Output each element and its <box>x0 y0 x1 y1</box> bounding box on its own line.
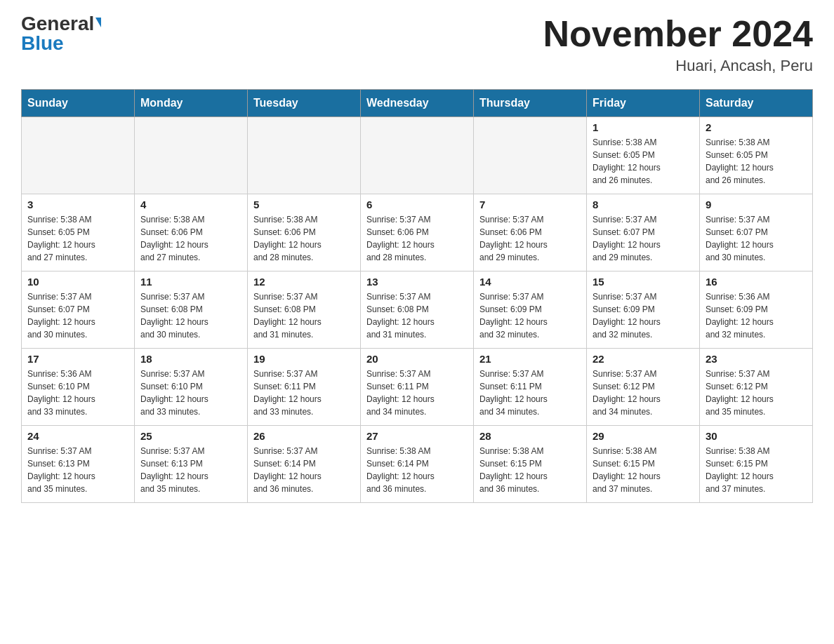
calendar-day-cell: 1Sunrise: 5:38 AM Sunset: 6:05 PM Daylig… <box>587 117 700 194</box>
day-info: Sunrise: 5:37 AM Sunset: 6:08 PM Dayligh… <box>366 290 468 341</box>
day-info: Sunrise: 5:37 AM Sunset: 6:08 PM Dayligh… <box>140 290 241 341</box>
logo-blue-text: Blue <box>21 34 64 53</box>
day-number: 10 <box>27 276 128 288</box>
day-number: 1 <box>593 121 694 133</box>
day-info: Sunrise: 5:37 AM Sunset: 6:07 PM Dayligh… <box>706 213 807 264</box>
day-number: 6 <box>366 199 468 210</box>
title-area: November 2024 Huari, Ancash, Peru <box>543 14 813 75</box>
header-monday: Monday <box>135 90 248 117</box>
header-thursday: Thursday <box>474 90 587 117</box>
calendar-day-cell: 19Sunrise: 5:37 AM Sunset: 6:11 PM Dayli… <box>248 349 361 426</box>
calendar-day-cell: 14Sunrise: 5:37 AM Sunset: 6:09 PM Dayli… <box>474 271 587 349</box>
calendar-day-cell: 30Sunrise: 5:38 AM Sunset: 6:15 PM Dayli… <box>700 426 813 503</box>
calendar-header-row: Sunday Monday Tuesday Wednesday Thursday… <box>22 90 813 117</box>
header-saturday: Saturday <box>700 90 813 117</box>
page-header: General Blue November 2024 Huari, Ancash… <box>21 14 813 75</box>
day-info: Sunrise: 5:37 AM Sunset: 6:09 PM Dayligh… <box>479 290 581 341</box>
day-info: Sunrise: 5:37 AM Sunset: 6:10 PM Dayligh… <box>140 368 241 418</box>
day-number: 28 <box>479 430 581 442</box>
day-number: 9 <box>706 199 807 210</box>
day-number: 11 <box>140 276 241 288</box>
calendar-day-cell: 21Sunrise: 5:37 AM Sunset: 6:11 PM Dayli… <box>474 349 587 426</box>
day-info: Sunrise: 5:37 AM Sunset: 6:12 PM Dayligh… <box>706 368 807 418</box>
month-year-title: November 2024 <box>543 14 813 54</box>
header-friday: Friday <box>587 90 700 117</box>
day-info: Sunrise: 5:36 AM Sunset: 6:10 PM Dayligh… <box>27 368 128 418</box>
calendar-day-cell: 5Sunrise: 5:38 AM Sunset: 6:06 PM Daylig… <box>248 194 361 271</box>
day-number: 5 <box>253 199 355 210</box>
day-info: Sunrise: 5:37 AM Sunset: 6:06 PM Dayligh… <box>366 213 468 264</box>
day-info: Sunrise: 5:37 AM Sunset: 6:07 PM Dayligh… <box>593 213 694 264</box>
calendar-day-cell <box>248 117 361 194</box>
day-number: 2 <box>706 121 807 133</box>
day-number: 21 <box>479 353 581 365</box>
day-info: Sunrise: 5:38 AM Sunset: 6:15 PM Dayligh… <box>593 445 694 495</box>
day-info: Sunrise: 5:37 AM Sunset: 6:11 PM Dayligh… <box>479 368 581 418</box>
calendar-day-cell: 20Sunrise: 5:37 AM Sunset: 6:11 PM Dayli… <box>361 349 474 426</box>
day-number: 16 <box>706 276 807 288</box>
header-wednesday: Wednesday <box>361 90 474 117</box>
calendar-week-row: 1Sunrise: 5:38 AM Sunset: 6:05 PM Daylig… <box>22 117 813 194</box>
day-number: 22 <box>593 353 694 365</box>
calendar-day-cell: 10Sunrise: 5:37 AM Sunset: 6:07 PM Dayli… <box>22 271 135 349</box>
day-info: Sunrise: 5:38 AM Sunset: 6:06 PM Dayligh… <box>253 213 355 264</box>
day-info: Sunrise: 5:37 AM Sunset: 6:08 PM Dayligh… <box>253 290 355 341</box>
calendar-day-cell: 9Sunrise: 5:37 AM Sunset: 6:07 PM Daylig… <box>700 194 813 271</box>
calendar-day-cell: 22Sunrise: 5:37 AM Sunset: 6:12 PM Dayli… <box>587 349 700 426</box>
day-info: Sunrise: 5:38 AM Sunset: 6:14 PM Dayligh… <box>366 445 468 495</box>
calendar-day-cell: 2Sunrise: 5:38 AM Sunset: 6:05 PM Daylig… <box>700 117 813 194</box>
day-info: Sunrise: 5:37 AM Sunset: 6:09 PM Dayligh… <box>593 290 694 341</box>
day-number: 15 <box>593 276 694 288</box>
calendar-day-cell: 17Sunrise: 5:36 AM Sunset: 6:10 PM Dayli… <box>22 349 135 426</box>
calendar-day-cell: 12Sunrise: 5:37 AM Sunset: 6:08 PM Dayli… <box>248 271 361 349</box>
calendar-week-row: 10Sunrise: 5:37 AM Sunset: 6:07 PM Dayli… <box>22 271 813 349</box>
calendar-day-cell: 6Sunrise: 5:37 AM Sunset: 6:06 PM Daylig… <box>361 194 474 271</box>
day-number: 29 <box>593 430 694 442</box>
calendar-day-cell: 3Sunrise: 5:38 AM Sunset: 6:05 PM Daylig… <box>22 194 135 271</box>
calendar-day-cell: 4Sunrise: 5:38 AM Sunset: 6:06 PM Daylig… <box>135 194 248 271</box>
header-sunday: Sunday <box>22 90 135 117</box>
day-number: 4 <box>140 199 241 210</box>
calendar-day-cell: 24Sunrise: 5:37 AM Sunset: 6:13 PM Dayli… <box>22 426 135 503</box>
calendar-day-cell: 29Sunrise: 5:38 AM Sunset: 6:15 PM Dayli… <box>587 426 700 503</box>
logo: General Blue <box>21 14 101 53</box>
day-info: Sunrise: 5:37 AM Sunset: 6:11 PM Dayligh… <box>366 368 468 418</box>
calendar-week-row: 3Sunrise: 5:38 AM Sunset: 6:05 PM Daylig… <box>22 194 813 271</box>
header-tuesday: Tuesday <box>248 90 361 117</box>
day-number: 26 <box>253 430 355 442</box>
day-number: 30 <box>706 430 807 442</box>
logo-triangle-icon <box>95 18 101 27</box>
calendar-day-cell <box>361 117 474 194</box>
day-number: 13 <box>366 276 468 288</box>
day-number: 23 <box>706 353 807 365</box>
day-number: 24 <box>27 430 128 442</box>
calendar-day-cell: 11Sunrise: 5:37 AM Sunset: 6:08 PM Dayli… <box>135 271 248 349</box>
calendar-day-cell <box>22 117 135 194</box>
calendar-day-cell: 18Sunrise: 5:37 AM Sunset: 6:10 PM Dayli… <box>135 349 248 426</box>
calendar-day-cell <box>474 117 587 194</box>
calendar-day-cell <box>135 117 248 194</box>
day-number: 3 <box>27 199 128 210</box>
day-number: 25 <box>140 430 241 442</box>
calendar-day-cell: 26Sunrise: 5:37 AM Sunset: 6:14 PM Dayli… <box>248 426 361 503</box>
calendar-day-cell: 8Sunrise: 5:37 AM Sunset: 6:07 PM Daylig… <box>587 194 700 271</box>
day-number: 27 <box>366 430 468 442</box>
day-info: Sunrise: 5:38 AM Sunset: 6:05 PM Dayligh… <box>593 136 694 187</box>
day-info: Sunrise: 5:38 AM Sunset: 6:15 PM Dayligh… <box>706 445 807 495</box>
day-number: 14 <box>479 276 581 288</box>
day-number: 18 <box>140 353 241 365</box>
calendar-day-cell: 27Sunrise: 5:38 AM Sunset: 6:14 PM Dayli… <box>361 426 474 503</box>
day-info: Sunrise: 5:37 AM Sunset: 6:07 PM Dayligh… <box>27 290 128 341</box>
day-info: Sunrise: 5:37 AM Sunset: 6:13 PM Dayligh… <box>140 445 241 495</box>
day-info: Sunrise: 5:37 AM Sunset: 6:13 PM Dayligh… <box>27 445 128 495</box>
day-info: Sunrise: 5:36 AM Sunset: 6:09 PM Dayligh… <box>706 290 807 341</box>
calendar-day-cell: 15Sunrise: 5:37 AM Sunset: 6:09 PM Dayli… <box>587 271 700 349</box>
day-info: Sunrise: 5:37 AM Sunset: 6:14 PM Dayligh… <box>253 445 355 495</box>
day-number: 19 <box>253 353 355 365</box>
day-info: Sunrise: 5:38 AM Sunset: 6:06 PM Dayligh… <box>140 213 241 264</box>
day-info: Sunrise: 5:37 AM Sunset: 6:06 PM Dayligh… <box>479 213 581 264</box>
day-info: Sunrise: 5:37 AM Sunset: 6:12 PM Dayligh… <box>593 368 694 418</box>
day-info: Sunrise: 5:38 AM Sunset: 6:05 PM Dayligh… <box>706 136 807 187</box>
day-info: Sunrise: 5:38 AM Sunset: 6:05 PM Dayligh… <box>27 213 128 264</box>
location-subtitle: Huari, Ancash, Peru <box>543 57 813 75</box>
